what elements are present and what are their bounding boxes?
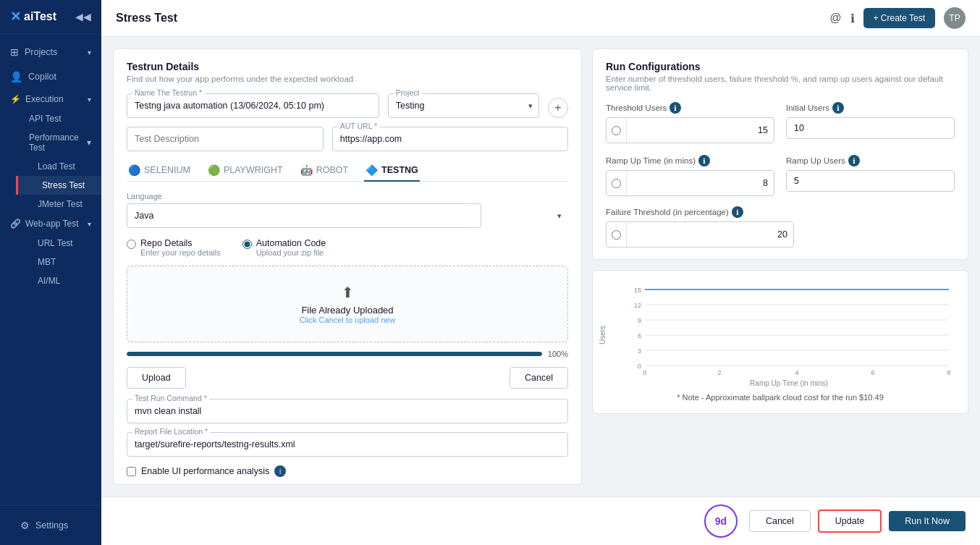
svg-text:9: 9 bbox=[638, 317, 641, 324]
settings-icon: ⚙ bbox=[20, 520, 30, 531]
automation-code-option[interactable]: Automation Code Upload your zip file bbox=[242, 238, 326, 257]
upload-area[interactable]: ⬆ File Already Uploaded Click Cancel to … bbox=[127, 266, 568, 342]
ramp-up-time-label: Ramp Up Time (in mins) ℹ bbox=[606, 155, 774, 166]
create-test-button[interactable]: + Create Test bbox=[863, 8, 935, 28]
sidebar-label-stress-test: Stress Test bbox=[42, 180, 85, 190]
report-file-input[interactable] bbox=[127, 432, 568, 457]
sidebar-item-jmeter-test[interactable]: JMeter Test bbox=[16, 195, 101, 214]
threshold-users-field: Threshold Users ℹ bbox=[606, 102, 774, 143]
progress-row: 100% bbox=[127, 350, 568, 358]
sidebar-item-url-test[interactable]: URL Test bbox=[16, 234, 101, 253]
sidebar: ✕ aiTest ◀◀ ⊞ Projects ▾ 👤 Copilot ⚡ Exe… bbox=[0, 0, 101, 545]
ramp-up-users-info[interactable]: ℹ bbox=[848, 155, 860, 166]
repo-details-option[interactable]: Repo Details Enter your repo details bbox=[127, 238, 221, 257]
logo-text: aiTest bbox=[24, 10, 56, 23]
failure-threshold-info[interactable]: ℹ bbox=[732, 206, 743, 218]
at-icon[interactable]: @ bbox=[829, 12, 841, 25]
repo-details-radio[interactable] bbox=[127, 240, 136, 249]
cost-note: * Note - Approximate ballpark cloud cost… bbox=[606, 393, 955, 402]
sidebar-logo: ✕ aiTest ◀◀ bbox=[0, 0, 101, 34]
add-project-button[interactable]: + bbox=[548, 98, 568, 118]
ramp-up-time-input[interactable] bbox=[627, 174, 774, 193]
enable-ui-info-icon[interactable]: i bbox=[274, 465, 286, 477]
sidebar-item-projects[interactable]: ⊞ Projects ▾ bbox=[0, 40, 101, 64]
initial-users-input[interactable] bbox=[786, 117, 955, 139]
robot-icon: 🤖 bbox=[300, 164, 313, 176]
threshold-users-info[interactable]: ℹ bbox=[669, 102, 681, 114]
sidebar-label-load-test: Load Test bbox=[38, 161, 75, 172]
project-label: Project bbox=[394, 88, 422, 97]
cancel-upload-button[interactable]: Cancel bbox=[510, 367, 568, 389]
page-title: Stress Test bbox=[116, 12, 177, 25]
upload-sub-text[interactable]: Click Cancel to upload new bbox=[139, 316, 556, 324]
sidebar-label-perf-test: Performance Test bbox=[29, 132, 83, 153]
repo-label-sub: Enter your repo details bbox=[140, 248, 221, 257]
failure-threshold-radio[interactable] bbox=[612, 230, 621, 240]
main-content: Stress Test @ ℹ + Create Test TP Testrun… bbox=[101, 0, 980, 545]
collapse-button[interactable]: ◀◀ bbox=[75, 11, 91, 22]
progress-bar bbox=[127, 352, 542, 356]
sidebar-item-ai-ml[interactable]: AI/ML bbox=[16, 271, 101, 290]
desc-aut-row: AUT URL * bbox=[127, 127, 568, 151]
automation-code-radio[interactable] bbox=[242, 240, 252, 249]
threshold-users-input[interactable] bbox=[627, 121, 774, 140]
sidebar-item-performance-test[interactable]: Performance Test ▾ bbox=[7, 128, 101, 157]
sidebar-item-mbt[interactable]: MBT bbox=[16, 253, 101, 271]
automation-label-main: Automation Code bbox=[256, 238, 326, 248]
execution-icon: ⚡ bbox=[10, 94, 21, 104]
trial-badge: 9d bbox=[704, 504, 738, 538]
sidebar-item-stress-test[interactable]: Stress Test bbox=[16, 176, 101, 195]
enable-ui-label: Enable UI performance analysis bbox=[141, 466, 269, 476]
ramp-up-time-radio[interactable] bbox=[612, 179, 621, 188]
ramp-up-time-field: Ramp Up Time (in mins) ℹ bbox=[606, 155, 774, 196]
cancel-button[interactable]: Cancel bbox=[749, 510, 811, 532]
sidebar-item-settings[interactable]: ⚙ Settings bbox=[10, 513, 91, 538]
test-run-command-input[interactable] bbox=[127, 399, 568, 423]
project-field-group: Project Testing ▾ bbox=[388, 93, 539, 118]
right-panel: Run Configurations Enter number of thres… bbox=[592, 48, 968, 485]
sidebar-item-execution[interactable]: ⚡ Execution ▾ bbox=[0, 89, 101, 109]
svg-text:15: 15 bbox=[634, 287, 641, 294]
sidebar-item-load-test[interactable]: Load Test bbox=[16, 157, 101, 176]
tab-testng[interactable]: 🔷 TESTNG bbox=[364, 160, 420, 182]
aut-field-group: AUT URL * bbox=[332, 127, 568, 151]
svg-text:6: 6 bbox=[871, 369, 874, 376]
project-select[interactable]: Testing bbox=[388, 93, 539, 118]
sidebar-item-web-app-test[interactable]: 🔗 Web-app Test ▾ bbox=[0, 214, 101, 234]
web-app-chevron: ▾ bbox=[88, 220, 91, 228]
chart-wrapper: Users 15 12 9 6 3 bbox=[606, 282, 955, 387]
left-panel: Testrun Details Find out how your app pe… bbox=[113, 48, 582, 485]
ramp-up-time-info[interactable]: ℹ bbox=[698, 155, 710, 166]
sidebar-item-api-test[interactable]: API Test bbox=[7, 109, 101, 128]
failure-threshold-field: Failure Threshold (in percentage) ℹ bbox=[606, 206, 955, 248]
tab-robot[interactable]: 🤖 ROBOT bbox=[299, 160, 350, 182]
tab-playwright-label: PLAYWRIGHT bbox=[224, 165, 283, 175]
tab-testng-label: TESTNG bbox=[381, 165, 418, 175]
threshold-users-radio[interactable] bbox=[612, 126, 621, 135]
ramp-up-chart: 15 12 9 6 3 0 0 2 4 6 8 bbox=[623, 282, 956, 376]
update-button[interactable]: Update bbox=[818, 510, 882, 533]
description-input[interactable] bbox=[127, 127, 324, 151]
name-input[interactable] bbox=[127, 93, 379, 118]
sidebar-nav: ⊞ Projects ▾ 👤 Copilot ⚡ Execution ▾ API… bbox=[0, 34, 101, 505]
name-field-group: Name The Testrun * bbox=[127, 93, 379, 118]
language-select[interactable]: Java bbox=[127, 203, 481, 228]
failure-threshold-input[interactable] bbox=[627, 225, 793, 244]
initial-users-info[interactable]: ℹ bbox=[832, 102, 844, 114]
tab-selenium[interactable]: 🔵 SELENIUM bbox=[127, 160, 192, 182]
info-icon[interactable]: ℹ bbox=[850, 12, 855, 25]
aut-input[interactable] bbox=[332, 127, 568, 151]
upload-button[interactable]: Upload bbox=[127, 367, 186, 389]
svg-text:0: 0 bbox=[643, 369, 646, 376]
chart-y-label: Users bbox=[599, 325, 607, 344]
config-grid: Threshold Users ℹ Initia bbox=[606, 102, 955, 196]
enable-ui-checkbox[interactable] bbox=[127, 467, 136, 476]
run-it-now-button[interactable]: Run It Now bbox=[889, 511, 966, 531]
test-run-command-label: Test Run Command * bbox=[132, 394, 209, 402]
sidebar-item-copilot[interactable]: 👤 Copilot bbox=[0, 64, 101, 89]
name-project-row: Name The Testrun * Project Testing ▾ + bbox=[127, 93, 568, 118]
threshold-users-input-row bbox=[606, 117, 774, 143]
ramp-up-users-input[interactable] bbox=[786, 170, 955, 192]
tab-playwright[interactable]: 🟢 PLAYWRIGHT bbox=[206, 160, 284, 182]
threshold-users-radio-dot bbox=[607, 118, 627, 143]
